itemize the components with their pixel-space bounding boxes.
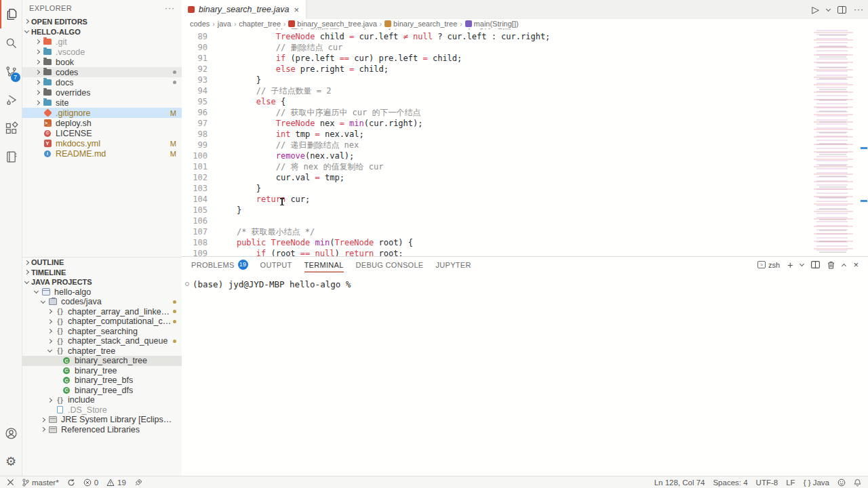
panel-tabs: PROBLEMS19OUTPUTTERMINALDEBUG CONSOLEJUP… <box>191 257 471 272</box>
terminal-dropdown-chevron-icon[interactable] <box>800 262 804 266</box>
run-button[interactable]: ▷ <box>812 4 819 15</box>
section-timeline[interactable]: TIMELINE <box>22 268 182 278</box>
overview-ruler[interactable] <box>860 28 868 256</box>
status-warning[interactable]: 19 <box>106 479 126 487</box>
extensions-icon[interactable] <box>0 114 22 142</box>
terminal[interactable]: (base) jyd@JYD-MBP hello-algo % <box>182 272 868 289</box>
search-icon[interactable] <box>0 28 22 57</box>
jp-item-chapter-stack-and-queue[interactable]: { }chapter_stack_and_queue <box>22 336 182 346</box>
breadcrumb-item[interactable]: chapter_tree <box>239 20 281 28</box>
status-remote[interactable] <box>7 479 14 486</box>
status-feedback[interactable] <box>837 479 846 487</box>
status-utf-8[interactable]: UTF-8 <box>756 479 778 487</box>
explorer-item--git[interactable]: .git <box>22 37 182 47</box>
jp-item--ds-store[interactable]: .DS_Store <box>22 405 182 415</box>
terminal-shell-selector[interactable]: > zsh <box>757 261 780 269</box>
jp-item-chapter-searching[interactable]: { }chapter_searching <box>22 327 182 337</box>
chevron-right-icon <box>47 319 52 324</box>
jp-item-codes-java[interactable]: codes/java <box>22 297 182 307</box>
explorer-item-overrides[interactable]: overrides <box>22 87 182 98</box>
minimap[interactable] <box>811 30 860 253</box>
panel-tab-terminal[interactable]: TERMINAL <box>304 257 344 272</box>
status-spaces-4[interactable]: Spaces: 4 <box>713 479 747 487</box>
breadcrumb-item[interactable]: java <box>218 20 231 28</box>
status-error[interactable]: 0 <box>83 479 98 487</box>
problems-badge: 19 <box>238 260 248 270</box>
explorer-icon[interactable] <box>0 0 22 28</box>
line-content: else pre.right = child; <box>217 64 389 75</box>
new-terminal-icon[interactable]: + <box>787 260 793 270</box>
explorer-more-actions-icon[interactable]: ··· <box>165 3 175 13</box>
status-rocket[interactable] <box>134 479 142 487</box>
jp-item-chapter-computational-complexity[interactable]: { }chapter_computational_complexity <box>22 317 182 327</box>
close-panel-icon[interactable]: × <box>853 260 859 270</box>
code-line-90: 90 // 删除结点 cur <box>182 42 868 53</box>
status--java[interactable]: { } Java <box>804 479 829 487</box>
explorer-item-book[interactable]: book <box>22 57 182 67</box>
section-java-projects[interactable]: JAVA PROJECTS <box>22 277 182 287</box>
status-bell[interactable] <box>854 479 861 487</box>
explorer-item--vscode[interactable]: .vscode <box>22 47 182 57</box>
jp-item-binary-tree-dfs[interactable]: Cbinary_tree_dfs <box>22 386 182 396</box>
line-content: return cur; <box>217 194 310 205</box>
java-projects-tree: hello-algocodes/java{ }chapter_array_and… <box>22 287 182 435</box>
braces-icon: { } <box>55 327 64 336</box>
git-modified-badge: M <box>170 150 176 158</box>
jp-item-hello-algo[interactable]: hello-algo <box>22 287 182 298</box>
explorer-item-deploy-sh[interactable]: >_deploy.sh <box>22 118 182 128</box>
maximize-panel-chevron-icon[interactable] <box>842 263 846 268</box>
line-content: // 子结点数量 = 2 <box>217 85 331 96</box>
settings-gear-icon[interactable]: ⚙ <box>0 447 22 476</box>
explorer-item-docs[interactable]: docs <box>22 77 182 87</box>
section-open-editors[interactable]: OPEN EDITORS <box>22 16 182 26</box>
explorer-item-readme-md[interactable]: iREADME.mdM <box>22 148 182 159</box>
jp-item-referenced-libraries[interactable]: Referenced Libraries <box>22 425 182 435</box>
status-ln-128-col-74[interactable]: Ln 128, Col 74 <box>654 479 705 487</box>
jp-item-binary-tree[interactable]: Cbinary_tree <box>22 366 182 376</box>
breadcrumb-item[interactable]: main(String[]) <box>465 20 519 28</box>
explorer-file-tree: .git.vscodebookcodesdocsoverridessite.gi… <box>22 37 182 159</box>
explorer-item-site[interactable]: site <box>22 98 182 108</box>
jp-item-binary-tree-bfs[interactable]: Cbinary_tree_bfs <box>22 375 182 386</box>
run-debug-icon[interactable] <box>0 85 22 114</box>
panel-tab-jupyter[interactable]: JUPYTER <box>435 257 471 272</box>
code-editor[interactable]: 88 // 当子结点数量 = 0 / 1 时， child = null / 该… <box>182 28 868 256</box>
explorer-item-codes[interactable]: codes <box>22 67 182 77</box>
jp-item-binary-search-tree[interactable]: Cbinary_search_tree <box>22 356 182 366</box>
explorer-item--gitignore[interactable]: .gitignoreM <box>22 108 182 118</box>
panel-tab-output[interactable]: OUTPUT <box>260 257 292 272</box>
panel-tab-problems[interactable]: PROBLEMS19 <box>191 257 248 272</box>
code-lines: 88 // 当子结点数量 = 0 / 1 时， child = null / 该… <box>182 28 868 256</box>
jp-item-jre-system-library-eclipse-temurin-17-17-[interactable]: JRE System Library [Eclipse Temurin 17 [… <box>22 415 182 425</box>
explorer-item-license[interactable]: ©LICENSE <box>22 128 182 138</box>
source-control-icon[interactable]: 7 <box>0 57 22 85</box>
class-icon: C <box>62 366 71 375</box>
breadcrumb-item[interactable]: binary_search_tree <box>384 20 457 28</box>
editor-more-actions-icon[interactable]: ··· <box>854 5 864 14</box>
kill-terminal-trash-icon[interactable] <box>827 261 835 269</box>
lib-icon <box>48 425 58 434</box>
split-terminal-icon[interactable] <box>811 261 820 268</box>
jp-item-chapter-array-and-linkedlist[interactable]: { }chapter_array_and_linkedlist <box>22 307 182 317</box>
status-branch[interactable]: master* <box>22 479 59 487</box>
jp-item-include[interactable]: { }include <box>22 395 182 405</box>
split-editor-icon[interactable] <box>837 6 846 14</box>
section-root-folder[interactable]: HELLO-ALGO <box>22 26 182 37</box>
status-sync[interactable] <box>67 479 75 487</box>
notebook-icon[interactable] <box>0 142 22 171</box>
breadcrumb-item[interactable]: binary_search_tree.java <box>288 20 376 28</box>
explorer-item-mkdocs-yml[interactable]: Ymkdocs.ymlM <box>22 138 182 148</box>
breadcrumb-label: main(String[]) <box>474 20 519 28</box>
breadcrumb-item[interactable]: codes <box>190 20 210 28</box>
lib-icon <box>48 415 58 424</box>
run-dropdown-chevron-icon[interactable] <box>826 6 831 11</box>
code-line-92: 92 else pre.right = child; <box>182 64 868 75</box>
tab-close-icon[interactable]: × <box>293 5 300 15</box>
tab-binary-search-tree[interactable]: binary_search_tree.java × <box>182 0 307 19</box>
status-lf[interactable]: LF <box>786 479 795 487</box>
jp-item-chapter-tree[interactable]: { }chapter_tree <box>22 346 182 357</box>
section-outline[interactable]: OUTLINE <box>22 258 182 268</box>
panel-tab-debug-console[interactable]: DEBUG CONSOLE <box>356 257 424 272</box>
code-line-102: 102 cur.val = tmp; <box>182 172 868 183</box>
account-icon[interactable] <box>0 419 22 447</box>
